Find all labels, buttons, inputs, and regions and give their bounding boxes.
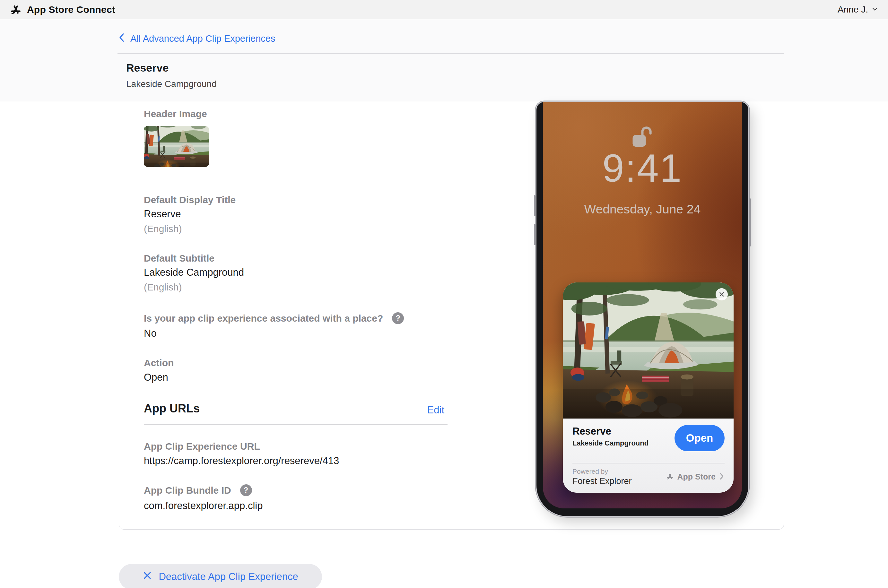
help-icon[interactable]: ?: [392, 312, 404, 324]
chevron-left-icon: [117, 33, 126, 45]
lock-screen-time: 9:41: [543, 146, 742, 190]
header-image-label: Header Image: [144, 108, 207, 119]
help-glyph: ?: [396, 314, 400, 322]
help-icon[interactable]: ?: [240, 484, 252, 496]
display-title-value: Reserve: [144, 208, 181, 220]
place-question-label: Is your app clip experience associated w…: [144, 313, 383, 324]
powered-by-block: Powered by Forest Explorer: [572, 467, 632, 486]
header-image-thumbnail: [144, 126, 209, 167]
app-store-connect-logo-icon: [10, 3, 22, 16]
display-title-locale: (English): [144, 224, 182, 234]
breadcrumb-label: All Advanced App Clip Experiences: [130, 33, 275, 44]
chevron-right-icon: [719, 472, 724, 482]
close-icon[interactable]: [716, 288, 728, 300]
deactivate-button[interactable]: Deactivate App Clip Experience: [119, 564, 322, 588]
experience-url-value: https://camp.forestexplorer.org/resereve…: [144, 455, 339, 466]
app-clip-panel: Reserve Lakeside Campground Open Powered…: [563, 418, 734, 493]
app-clip-card: Reserve Lakeside Campground Open Powered…: [563, 282, 734, 493]
top-bar: App Store Connect Anne J.: [0, 0, 888, 19]
open-button[interactable]: Open: [675, 425, 724, 451]
page-title: Reserve: [126, 62, 168, 74]
volume-up-button: [534, 195, 536, 216]
app-store-connect-page: App Store Connect Anne J. All Advanced A…: [0, 0, 888, 588]
app-clip-subtitle: Lakeside Campground: [572, 439, 648, 447]
power-button: [749, 198, 751, 246]
app-store-link[interactable]: App Store: [666, 472, 724, 482]
bundle-id-label: App Clip Bundle ID: [144, 485, 231, 496]
header-divider: [117, 53, 784, 54]
default-subtitle-value: Lakeside Campground: [144, 267, 244, 278]
chevron-down-icon: [871, 6, 878, 14]
experience-detail-card: Header Image Default Display Title Reser…: [119, 102, 784, 530]
iphone-preview: 9:41 Wednesday, June 24: [537, 102, 748, 516]
bundle-id-value: com.forestexplorer.app.clip: [144, 500, 262, 512]
edit-app-urls-link[interactable]: Edit: [427, 404, 444, 416]
place-question-row: Is your app clip experience associated w…: [144, 312, 404, 324]
default-subtitle-locale: (English): [144, 282, 182, 293]
lock-screen-date: Wednesday, June 24: [543, 202, 742, 216]
app-clip-title: Reserve: [572, 426, 648, 437]
app-store-glyph-icon: [666, 472, 674, 482]
volume-down-button: [534, 224, 536, 245]
lock-screen: 9:41 Wednesday, June 24: [543, 102, 742, 508]
app-clip-photo: [563, 282, 734, 418]
breadcrumb-back-link[interactable]: All Advanced App Clip Experiences: [117, 33, 275, 45]
account-menu[interactable]: Anne J.: [838, 4, 878, 15]
developer-name: Forest Explorer: [572, 476, 632, 486]
page-subtitle: Lakeside Campground: [126, 79, 217, 89]
app-urls-heading: App URLs: [144, 402, 200, 415]
bundle-id-row: App Clip Bundle ID ?: [144, 484, 252, 496]
app-clip-titles: Reserve Lakeside Campground: [572, 426, 648, 451]
app-store-label: App Store: [677, 472, 716, 482]
help-glyph: ?: [244, 486, 248, 495]
account-name: Anne J.: [838, 4, 868, 15]
brand: App Store Connect: [10, 3, 115, 16]
action-value: Open: [144, 372, 168, 383]
app-urls-divider: [144, 424, 447, 424]
place-answer: No: [144, 328, 157, 339]
page-header: All Advanced App Clip Experiences Reserv…: [0, 19, 888, 102]
display-title-label: Default Display Title: [144, 195, 236, 206]
deactivate-x-icon: [142, 571, 152, 583]
action-label: Action: [144, 357, 174, 369]
app-urls-header-row: App URLs Edit: [144, 402, 447, 418]
powered-by-label: Powered by: [572, 467, 632, 476]
app-title: App Store Connect: [27, 4, 115, 15]
default-subtitle-label: Default Subtitle: [144, 253, 214, 264]
experience-url-label: App Clip Experience URL: [144, 441, 260, 452]
app-clip-divider: [572, 463, 724, 464]
deactivate-label: Deactivate App Clip Experience: [159, 571, 298, 582]
